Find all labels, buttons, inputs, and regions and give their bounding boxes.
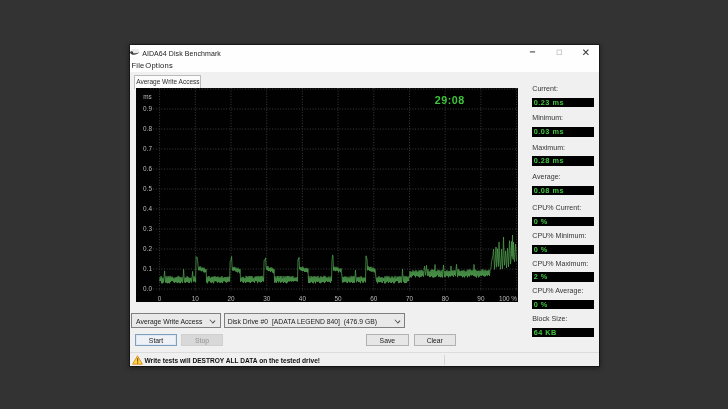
svg-text:0.9: 0.9 xyxy=(143,105,152,112)
svg-text:0.4: 0.4 xyxy=(143,205,152,212)
svg-text:0.0: 0.0 xyxy=(143,285,152,292)
svg-text:0.3: 0.3 xyxy=(143,225,152,232)
svg-text:0.8: 0.8 xyxy=(143,125,152,132)
svg-text:100 %: 100 % xyxy=(499,295,517,302)
svg-text:60: 60 xyxy=(370,295,378,302)
svg-text:0.7: 0.7 xyxy=(143,145,152,152)
svg-text:0.6: 0.6 xyxy=(143,165,152,172)
svg-text:29:08: 29:08 xyxy=(435,94,465,106)
svg-text:0.5: 0.5 xyxy=(143,185,152,192)
svg-text:0.1: 0.1 xyxy=(143,265,152,272)
svg-text:40: 40 xyxy=(299,295,307,302)
svg-text:30: 30 xyxy=(263,295,271,302)
svg-text:50: 50 xyxy=(335,295,343,302)
svg-text:0.2: 0.2 xyxy=(143,245,152,252)
svg-text:10: 10 xyxy=(192,295,200,302)
svg-text:70: 70 xyxy=(406,295,414,302)
svg-text:90: 90 xyxy=(477,295,485,302)
svg-text:ms: ms xyxy=(143,93,152,100)
svg-text:80: 80 xyxy=(442,295,450,302)
svg-text:0: 0 xyxy=(158,295,162,302)
svg-text:20: 20 xyxy=(228,295,236,302)
